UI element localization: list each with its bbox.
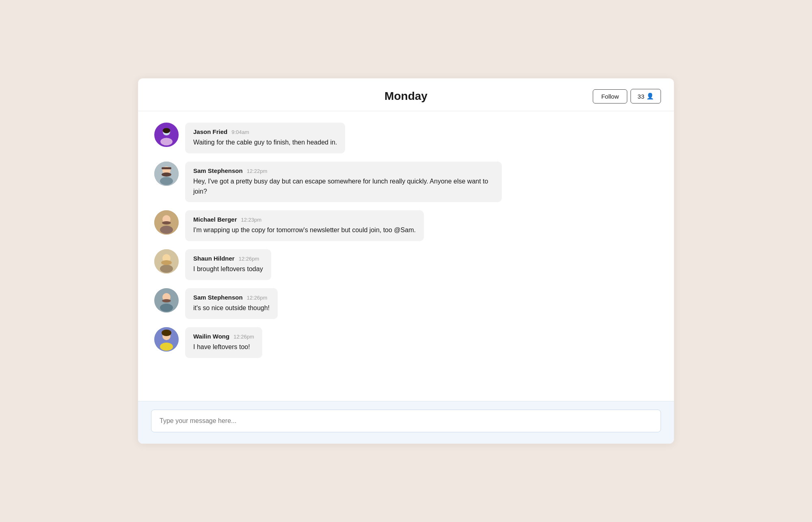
page-title: Monday [384,90,428,103]
message-author: Shaun Hildner [193,255,235,262]
follow-button[interactable]: Follow [593,89,627,104]
table-row: Jason Fried9:04amWaiting for the cable g… [154,123,658,153]
message-meta: Wailin Wong12:26pm [193,333,254,340]
message-time: 9:04am [231,129,249,135]
message-text: I have leftovers too! [193,342,254,352]
members-button[interactable]: 33 👤 [631,89,661,104]
svg-point-20 [160,304,173,312]
message-input[interactable] [151,410,661,432]
message-author: Wailin Wong [193,333,229,340]
table-row: Sam Stephenson12:22pmHey, I've got a pre… [154,162,658,203]
message-bubble: Jason Fried9:04amWaiting for the cable g… [185,123,345,153]
header-actions: Follow 33 👤 [593,89,661,104]
svg-point-17 [161,260,172,265]
message-author: Jason Fried [193,128,227,135]
input-area [138,401,674,444]
svg-rect-9 [162,167,171,169]
avatar [154,210,179,235]
message-text: I brought leftovers today [193,264,263,274]
message-meta: Jason Fried9:04am [193,128,337,135]
svg-point-21 [162,299,171,302]
svg-point-4 [163,128,171,133]
message-time: 12:26pm [247,295,268,301]
avatar [154,123,179,147]
message-meta: Sam Stephenson12:22pm [193,167,494,174]
svg-point-2 [160,138,173,145]
message-bubble: Michael Berger12:23pmI'm wrapping up the… [185,210,424,241]
message-bubble: Shaun Hildner12:26pmI brought leftovers … [185,249,271,280]
chat-header: Monday Follow 33 👤 [138,78,674,111]
message-text: Waiting for the cable guy to finish, the… [193,138,337,148]
svg-point-16 [160,265,173,273]
svg-point-7 [160,177,173,185]
table-row: Wailin Wong12:26pmI have leftovers too! [154,327,658,358]
table-row: Shaun Hildner12:26pmI brought leftovers … [154,249,658,280]
svg-point-12 [160,226,173,234]
chat-container: Monday Follow 33 👤 Jason Fried9:04amWait… [138,78,674,444]
avatar [154,162,179,186]
message-time: 12:23pm [241,217,262,223]
svg-point-13 [162,221,171,224]
message-meta: Michael Berger12:23pm [193,216,416,223]
table-row: Sam Stephenson12:26pmit's so nice outsid… [154,288,658,319]
message-bubble: Sam Stephenson12:22pmHey, I've got a pre… [185,162,502,203]
svg-point-24 [160,343,173,351]
message-bubble: Wailin Wong12:26pmI have leftovers too! [185,327,262,358]
message-author: Sam Stephenson [193,294,243,301]
avatar [154,249,179,274]
table-row: Michael Berger12:23pmI'm wrapping up the… [154,210,658,241]
message-text: Hey, I've got a pretty busy day but can … [193,177,494,197]
svg-point-25 [162,330,171,336]
message-time: 12:22pm [247,168,268,174]
svg-point-8 [162,173,171,177]
message-bubble: Sam Stephenson12:26pmit's so nice outsid… [185,288,278,319]
message-time: 12:26pm [233,334,254,340]
message-text: it's so nice outside though! [193,303,270,313]
members-count: 33 [637,93,644,100]
message-text: I'm wrapping up the copy for tomorrow's … [193,225,416,235]
avatar [154,288,179,313]
message-author: Michael Berger [193,216,237,223]
message-time: 12:26pm [239,256,259,262]
members-icon: 👤 [646,93,654,100]
avatar [154,327,179,352]
message-meta: Shaun Hildner12:26pm [193,255,263,262]
message-author: Sam Stephenson [193,167,243,174]
message-meta: Sam Stephenson12:26pm [193,294,270,301]
messages-area: Jason Fried9:04amWaiting for the cable g… [138,111,674,401]
